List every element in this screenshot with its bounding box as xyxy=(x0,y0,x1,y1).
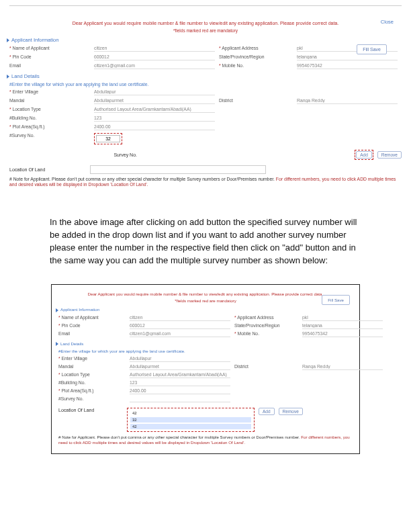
shot2-survey-input[interactable] xyxy=(130,396,230,402)
screenshot-2: Dear Applicant you would require mobile … xyxy=(51,284,360,453)
label-name: Name of Applicant xyxy=(9,46,90,52)
instruction-paragraph: In the above image after clicking on add… xyxy=(50,216,361,267)
label-mandal: Mandal xyxy=(9,98,90,104)
location-of-land-label: Location Of Land xyxy=(9,167,86,172)
close-link[interactable]: Close xyxy=(381,19,394,25)
location-of-land-dropdown[interactable] xyxy=(90,165,266,174)
district-input[interactable] xyxy=(297,98,398,104)
label-mobile: Mobile No. xyxy=(219,63,293,69)
label-village: Enter Village xyxy=(9,89,90,95)
shot2-section-land: Land Details xyxy=(56,341,353,346)
label-state: State/Province/Region xyxy=(219,54,293,60)
shot2-mandatory: *fields marked red are mandatory xyxy=(58,298,353,303)
loctype-select[interactable] xyxy=(94,107,215,113)
label-pin: Pin Code xyxy=(9,54,90,60)
label-district: District xyxy=(219,98,293,104)
shot2-add-button[interactable]: Add xyxy=(259,408,275,415)
applicant-warning: Dear Applicant you would require mobile … xyxy=(50,21,361,26)
survey-inline-label: Survey No. xyxy=(90,152,141,157)
dropdown-option[interactable]: 42 xyxy=(130,424,251,429)
dropdown-option[interactable]: 42 xyxy=(130,410,251,416)
shot2-applicant-note: # Note for Applicant. Please don't put c… xyxy=(58,435,353,445)
section-applicant-info: Applicant Information xyxy=(7,37,402,43)
label-survey: #Survey No. xyxy=(9,133,90,144)
mandatory-note: *fields marked red are mandatory xyxy=(9,28,402,33)
mandal-input[interactable] xyxy=(94,98,215,104)
state-input[interactable] xyxy=(297,54,398,60)
land-note: #Enter the village for which your are ap… xyxy=(9,82,402,87)
mobile-input[interactable] xyxy=(297,63,398,69)
name-input[interactable] xyxy=(94,46,215,52)
building-input[interactable] xyxy=(94,116,215,122)
remove-button[interactable]: Remove xyxy=(377,151,402,159)
pin-input[interactable] xyxy=(94,54,215,60)
label-loctype: Location Type xyxy=(9,107,90,113)
shot2-fill-save[interactable]: Fill Save xyxy=(322,295,350,305)
label-plot: Plot Area(Sq.ft.) xyxy=(9,124,90,130)
shot2-section-applicant: Applicant Information xyxy=(56,307,353,312)
label-address: Applicant Address xyxy=(219,46,293,52)
fill-save-button[interactable]: Fill Save xyxy=(357,44,387,54)
dropdown-option[interactable]: 32 xyxy=(130,417,251,423)
shot2-remove-button[interactable]: Remove xyxy=(279,408,303,415)
survey-input[interactable] xyxy=(96,135,120,142)
label-building: #Building No. xyxy=(9,116,90,122)
village-input[interactable] xyxy=(94,89,215,95)
label-email: Email xyxy=(9,63,90,69)
shot2-warning: Dear Applicant you would require mobile … xyxy=(72,292,339,296)
shot2-location-dropdown-open[interactable]: 42 32 42 xyxy=(127,408,255,432)
add-button[interactable]: Add xyxy=(356,151,372,159)
applicant-note: # Note for Applicant. Please don't put c… xyxy=(9,177,402,188)
section-land-details: Land Details xyxy=(7,73,402,79)
email-input[interactable] xyxy=(94,63,215,69)
plot-input[interactable] xyxy=(94,124,215,130)
